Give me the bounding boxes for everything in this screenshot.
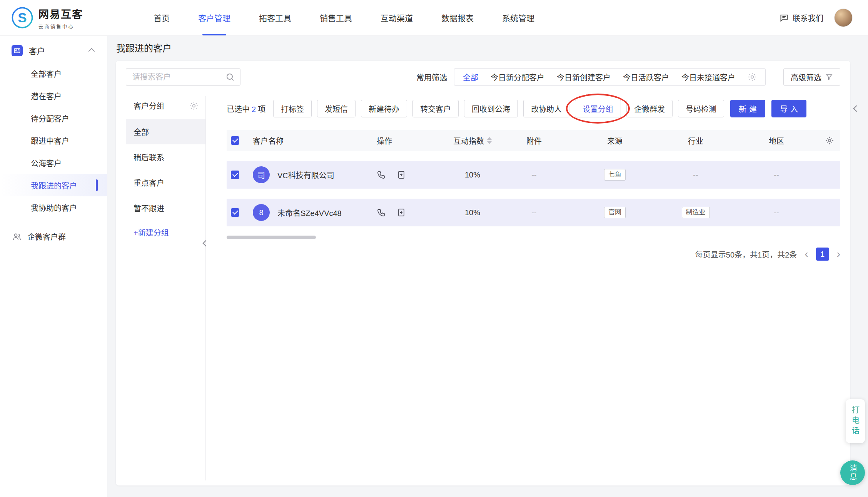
column-industry: 行业 <box>688 135 703 146</box>
panel-collapse-handle[interactable] <box>201 239 210 248</box>
make-call-floating-button[interactable]: 打电话 <box>846 399 865 443</box>
advanced-filter-button[interactable]: 高级筛选 <box>783 68 840 86</box>
add-record-icon[interactable] <box>397 208 406 217</box>
sidebar-section-label: 客户 <box>29 45 83 56</box>
horizontal-scrollbar[interactable] <box>227 236 316 239</box>
table-zone: 已选中2项 打标签 发短信 新建待办 转交客户 回收到公海 改协助人 设置分组 … <box>227 100 840 261</box>
wecom-broadcast-button[interactable]: 企微群发 <box>626 100 673 117</box>
row-checkbox[interactable] <box>231 208 239 217</box>
send-sms-button[interactable]: 发短信 <box>317 100 356 117</box>
quick-filter-active-today[interactable]: 今日活跃客户 <box>623 72 669 83</box>
customer-name[interactable]: 未命名SZe4VVc48 <box>277 207 342 218</box>
quick-filter-newly-created-today[interactable]: 今日新创建客户 <box>557 72 611 83</box>
quick-filter-label: 常用筛选 <box>416 72 447 83</box>
selected-count: 2 <box>250 105 258 114</box>
row-checkbox[interactable] <box>231 171 239 179</box>
groups-settings-gear-icon[interactable] <box>189 101 199 110</box>
sidebar-item-my-followed-customers[interactable]: 我跟进的客户 <box>0 174 107 196</box>
sidebar-item-following-customers[interactable]: 跟进中客户 <box>0 129 107 152</box>
region-value: -- <box>774 208 779 217</box>
sidebar-menu: 全部客户 潜在客户 待分配客户 跟进中客户 公海客户 我跟进的客户 我协助的客户 <box>0 62 107 219</box>
import-button[interactable]: 导入 <box>771 100 806 117</box>
group-item-contact-later[interactable]: 稍后联系 <box>126 144 205 170</box>
quick-filter-group: 全部 今日新分配客户 今日新创建客户 今日活跃客户 今日未接通客户 <box>454 68 766 86</box>
nav-item-system-management[interactable]: 系统管理 <box>488 0 549 35</box>
people-icon <box>12 232 22 241</box>
industry-value: -- <box>693 171 698 179</box>
app-root: S 网易互客 云商销售中心 首页 客户管理 拓客工具 销售工具 互动渠道 数据报… <box>0 0 868 497</box>
customer-avatar: 司 <box>253 166 270 183</box>
user-avatar[interactable] <box>834 8 853 27</box>
nav-item-prospecting-tools[interactable]: 拓客工具 <box>245 0 305 35</box>
current-page-button[interactable]: 1 <box>816 248 829 261</box>
table-header-row: 客户名称 操作 互动指数 附件 来源 行业 地区 <box>227 130 840 151</box>
sidebar-section-customers[interactable]: 客户 <box>0 35 107 60</box>
nav-item-data-reports[interactable]: 数据报表 <box>427 0 488 35</box>
sort-control[interactable] <box>487 137 492 144</box>
quick-filter-newly-assigned-today[interactable]: 今日新分配客户 <box>491 72 544 83</box>
prev-page-button[interactable]: ‹ <box>805 249 808 259</box>
group-item-all[interactable]: 全部 <box>126 119 205 144</box>
interaction-index-value: 10% <box>465 208 480 217</box>
column-settings-gear-icon[interactable] <box>825 136 834 145</box>
phone-call-icon[interactable] <box>377 208 386 217</box>
transfer-customer-button[interactable]: 转交客户 <box>412 100 459 117</box>
create-button[interactable]: 新建 <box>730 100 765 117</box>
column-customer-name: 客户名称 <box>253 135 284 146</box>
group-item-not-following[interactable]: 暂不跟进 <box>126 195 205 221</box>
bulk-action-toolbar: 已选中2项 打标签 发短信 新建待办 转交客户 回收到公海 改协助人 设置分组 … <box>227 100 840 117</box>
customer-card-icon <box>12 45 23 56</box>
sidebar-item-potential-customers[interactable]: 潜在客户 <box>0 85 107 107</box>
table-row[interactable]: 8 未命名SZe4VVc48 10% -- 官网 制造业 <box>227 199 840 226</box>
svg-text:S: S <box>18 10 27 25</box>
contact-us-label: 联系我们 <box>793 12 823 23</box>
interaction-index-value: 10% <box>465 171 480 179</box>
source-tag: 官网 <box>604 207 626 218</box>
chat-bubble-icon <box>780 13 789 22</box>
nav-item-home[interactable]: 首页 <box>139 0 184 35</box>
nav-item-customer-management[interactable]: 客户管理 <box>184 0 245 35</box>
brand-name: 网易互客 <box>38 6 83 21</box>
nav-item-interaction-channels[interactable]: 互动渠道 <box>366 0 427 35</box>
sidebar-item-unassigned-customers[interactable]: 待分配客户 <box>0 107 107 129</box>
number-check-button[interactable]: 号码检测 <box>678 100 724 117</box>
group-item-key-customers[interactable]: 重点客户 <box>126 170 205 195</box>
messages-floating-button[interactable]: 消息 <box>840 460 865 485</box>
tag-button[interactable]: 打标签 <box>273 100 312 117</box>
advanced-filter-label: 高级筛选 <box>791 72 821 83</box>
column-source: 来源 <box>607 135 623 146</box>
nav-item-sales-tools[interactable]: 销售工具 <box>305 0 366 35</box>
add-group-button[interactable]: +新建分组 <box>126 227 205 238</box>
table-row[interactable]: 司 VC科技有限公司 10% -- 七鱼 -- <box>227 161 840 189</box>
contact-us-button[interactable]: 联系我们 <box>780 12 823 23</box>
search-icon[interactable] <box>225 72 235 82</box>
sidebar-item-label: 企微客户群 <box>27 231 66 242</box>
search-input[interactable] <box>132 72 222 82</box>
customer-name[interactable]: VC科技有限公司 <box>277 169 334 181</box>
sidebar-item-my-assisted-customers[interactable]: 我协助的客户 <box>0 196 107 219</box>
new-todo-button[interactable]: 新建待办 <box>361 100 407 117</box>
recycle-to-public-sea-button[interactable]: 回收到公海 <box>464 100 518 117</box>
page-title: 我跟进的客户 <box>116 41 172 54</box>
attachment-value: -- <box>531 171 536 179</box>
sidebar-item-wecom-customer-groups[interactable]: 企微客户群 <box>0 231 107 242</box>
quick-filter-settings-gear-icon[interactable] <box>748 72 757 82</box>
quick-filter-all[interactable]: 全部 <box>463 72 478 83</box>
toolbar-scroll-chevron[interactable] <box>854 106 859 111</box>
add-record-icon[interactable] <box>397 170 406 179</box>
next-page-button[interactable]: › <box>837 249 840 259</box>
sidebar: 客户 全部客户 潜在客户 待分配客户 跟进中客户 公海客户 我跟进的客户 我协助… <box>0 35 107 497</box>
select-all-checkbox[interactable] <box>231 136 239 145</box>
customer-avatar: 8 <box>253 204 270 221</box>
top-bar: S 网易互客 云商销售中心 首页 客户管理 拓客工具 销售工具 互动渠道 数据报… <box>0 0 868 36</box>
quick-filter-unreached-today[interactable]: 今日未接通客户 <box>681 72 735 83</box>
set-group-button[interactable]: 设置分组 <box>575 100 621 117</box>
main-content: 我跟进的客户 常用筛选 全部 今日新分配客户 今日新创建客户 今日活跃客户 今日… <box>107 35 868 497</box>
funnel-icon <box>825 73 833 81</box>
phone-call-icon[interactable] <box>377 170 386 179</box>
customer-search-box <box>126 68 240 86</box>
sidebar-item-all-customers[interactable]: 全部客户 <box>0 62 107 85</box>
sidebar-item-public-sea-customers[interactable]: 公海客户 <box>0 152 107 174</box>
main-nav: 首页 客户管理 拓客工具 销售工具 互动渠道 数据报表 系统管理 <box>139 0 549 35</box>
change-assistant-button[interactable]: 改协助人 <box>523 100 569 117</box>
